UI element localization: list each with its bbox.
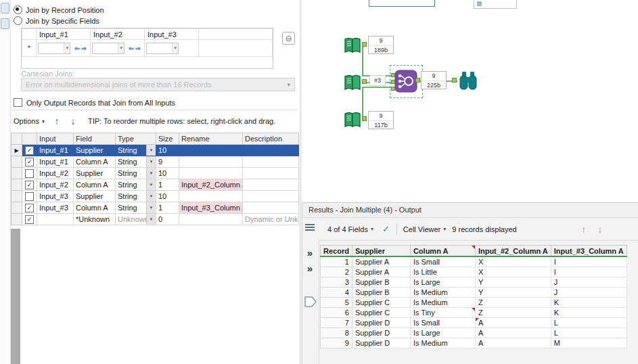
results-cell[interactable]: Y xyxy=(475,288,551,298)
radio-join-by-record-position[interactable]: Join by Record Position xyxy=(14,5,104,15)
output-anchor-button[interactable]: » xyxy=(302,248,317,258)
output-anchor-button[interactable]: » xyxy=(302,263,317,274)
results-cell[interactable]: Is Medium xyxy=(410,298,475,308)
record-number-cell[interactable]: 7 xyxy=(321,318,352,328)
col-header-size[interactable]: Size xyxy=(156,133,179,145)
results-cell[interactable]: Is Large xyxy=(410,277,475,288)
col-header-field[interactable]: Field xyxy=(74,133,116,145)
apply-check-icon[interactable]: ✓ xyxy=(380,224,392,234)
results-col-header[interactable]: Supplier xyxy=(352,246,410,257)
cell-field[interactable]: Supplier xyxy=(74,168,116,179)
cell-rename[interactable]: Input_#3_Column A xyxy=(179,202,243,214)
field-checkbox[interactable]: ✓ xyxy=(25,158,34,166)
field-grid-row[interactable]: ✓*UnknownUnknown▼0Dynamic or Unknown... xyxy=(12,214,299,225)
results-cell[interactable]: Is Medium xyxy=(410,288,475,298)
results-cell[interactable]: J xyxy=(551,288,626,298)
annotation-label[interactable]: #3 xyxy=(369,75,386,86)
cartesian-joins-dropdown[interactable]: Error on multidimensional joins of more … xyxy=(21,78,295,91)
record-number-cell[interactable]: 2 xyxy=(321,267,352,277)
results-cell[interactable]: Is Small xyxy=(410,318,475,328)
results-cell[interactable]: M xyxy=(551,338,626,348)
results-col-header[interactable]: Column A xyxy=(410,246,475,257)
results-cell[interactable]: Supplier B xyxy=(352,288,410,298)
field-grid-row[interactable]: ✓Input_#3Column AString▼1Input_#3_Column… xyxy=(12,202,299,214)
cell-description[interactable] xyxy=(243,168,299,179)
annotation-box[interactable]: 9 189b xyxy=(368,36,394,54)
field-grid-row[interactable]: ✓Input_#1Column AString▼9 xyxy=(12,156,299,168)
col-header-rename[interactable]: Rename xyxy=(179,133,243,145)
type-dropdown[interactable]: String▼ xyxy=(116,168,156,179)
key-field-dropdown[interactable]: ▾ xyxy=(146,43,179,54)
cell-size[interactable]: 0 xyxy=(156,214,179,225)
swap-arrows-icon[interactable]: ⇐⇒ xyxy=(129,45,141,52)
results-cell[interactable]: Is Tiny xyxy=(410,308,475,318)
browse-tool[interactable] xyxy=(457,68,479,93)
col-header-input[interactable]: Input xyxy=(37,133,74,145)
cell-description[interactable] xyxy=(243,202,299,214)
results-cell[interactable]: Y xyxy=(475,277,551,288)
cell-input[interactable] xyxy=(37,214,74,225)
row-gutter[interactable] xyxy=(12,214,22,225)
input-anchor[interactable] xyxy=(391,73,395,77)
field-checkbox[interactable] xyxy=(25,169,34,178)
cell-description[interactable] xyxy=(243,145,299,156)
cell-description[interactable] xyxy=(243,191,299,202)
cell-rename[interactable] xyxy=(179,168,243,179)
record-number-cell[interactable]: 4 xyxy=(321,288,352,298)
results-cell[interactable]: L xyxy=(551,328,626,338)
cell-field[interactable]: Column A xyxy=(74,179,116,191)
text-input-tool-1[interactable] xyxy=(342,35,363,55)
field-checkbox[interactable]: ✓ xyxy=(25,146,34,155)
cell-size[interactable]: 1 xyxy=(156,179,179,191)
results-cell[interactable]: Supplier B xyxy=(352,277,410,288)
results-cell[interactable]: Supplier D xyxy=(352,328,410,338)
results-cell[interactable]: X xyxy=(475,267,551,277)
cell-field[interactable]: Column A xyxy=(74,202,116,214)
annotation-box[interactable]: 9 225b xyxy=(421,71,447,89)
results-cell[interactable]: K xyxy=(551,308,626,318)
annotation-box[interactable]: 9 117b xyxy=(368,111,394,129)
record-number-cell[interactable]: 5 xyxy=(321,298,352,308)
col-header-description[interactable]: Description xyxy=(243,133,299,145)
output-anchor[interactable] xyxy=(415,78,420,83)
cell-rename[interactable] xyxy=(179,156,243,168)
container-anchor-icon[interactable] xyxy=(304,295,317,309)
text-input-tool-2[interactable] xyxy=(342,72,363,93)
cell-rename[interactable]: Input_#2_Column A xyxy=(179,179,243,191)
record-number-cell[interactable]: 9 xyxy=(321,338,352,348)
fields-dropdown[interactable]: 4 of 4 Fields ▾ xyxy=(325,224,375,235)
col-header-type[interactable]: Type xyxy=(116,133,156,145)
results-cell[interactable]: Supplier D xyxy=(352,318,410,328)
results-cell[interactable]: Is Small xyxy=(410,256,475,267)
cell-description[interactable]: Dynamic or Unknown... xyxy=(243,214,299,225)
output-anchor[interactable] xyxy=(362,116,367,121)
cell-input[interactable]: Input_#3 xyxy=(37,202,74,214)
results-cell[interactable]: I xyxy=(551,267,626,277)
move-down-button[interactable]: ↓ xyxy=(66,116,80,127)
field-checkbox[interactable]: ✓ xyxy=(25,215,34,224)
results-col-header[interactable]: Record xyxy=(321,246,352,257)
results-cell[interactable]: Supplier A xyxy=(352,256,410,267)
results-col-header[interactable]: Input_#2_Column A xyxy=(475,246,551,257)
cell-description[interactable] xyxy=(243,179,299,191)
results-menu-icon[interactable] xyxy=(304,223,315,233)
field-grid-row[interactable]: Input_#2SupplierString▼10 xyxy=(12,168,299,179)
type-dropdown[interactable]: String▼ xyxy=(116,191,156,202)
cell-input[interactable]: Input_#1 xyxy=(37,156,74,168)
results-row[interactable]: 6Supplier CIs TinyZK xyxy=(321,308,627,318)
type-dropdown[interactable]: Unknown▼ xyxy=(116,214,156,225)
results-row[interactable]: 3Supplier BIs LargeYJ xyxy=(321,277,627,288)
results-cell[interactable]: X xyxy=(475,256,551,267)
radio-join-by-specific-fields[interactable]: Join by Specific Fields xyxy=(14,16,99,26)
row-gutter[interactable] xyxy=(12,156,22,168)
cell-rename[interactable] xyxy=(179,191,243,202)
cell-field[interactable]: Supplier xyxy=(74,191,116,202)
results-cell[interactable]: A xyxy=(475,318,551,328)
input-anchor[interactable] xyxy=(391,80,395,84)
cell-input[interactable]: Input_#2 xyxy=(37,168,74,179)
cell-rename[interactable] xyxy=(179,214,243,225)
results-row[interactable]: 1Supplier AIs SmallXI xyxy=(321,256,627,267)
row-gutter[interactable] xyxy=(12,168,22,179)
record-number-cell[interactable]: 1 xyxy=(321,256,352,267)
row-gutter[interactable] xyxy=(12,202,22,214)
